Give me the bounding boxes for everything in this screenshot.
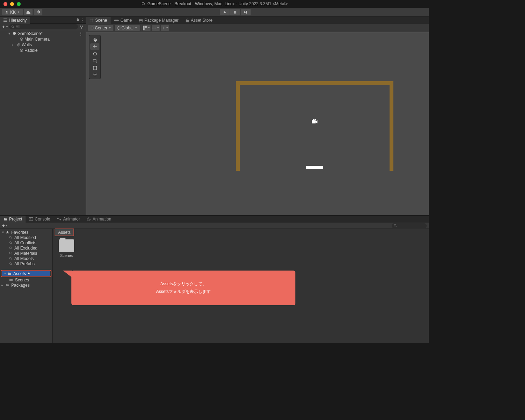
hierarchy-item-paddle[interactable]: Paddle	[0, 48, 86, 53]
cube-icon	[16, 43, 21, 47]
svg-line-65	[11, 264, 12, 265]
tab-hierarchy[interactable]: Hierarchy	[0, 17, 30, 24]
hierarchy-item-main-camera[interactable]: Main Camera	[0, 36, 86, 42]
step-button[interactable]	[241, 9, 251, 15]
svg-point-58	[9, 247, 11, 248]
lock-icon[interactable]	[76, 18, 79, 23]
console-icon	[29, 217, 33, 221]
hierarchy-panel: Hierarchy ⋮ + ▾ All	[0, 17, 86, 215]
hierarchy-item-gamescene[interactable]: ▼ GameScene* ⋮	[0, 31, 86, 36]
tab-animator[interactable]: Animator	[54, 216, 83, 223]
svg-point-64	[9, 262, 11, 264]
svg-point-38	[93, 69, 94, 69]
svg-rect-6	[4, 21, 7, 22]
tab-package-manager[interactable]: Package Manager	[135, 17, 182, 24]
target-icon	[90, 26, 94, 30]
account-menu[interactable]: KK ▼	[2, 9, 23, 15]
hierarchy-item-walls[interactable]: ▸ Walls	[0, 42, 86, 48]
scene-viewport[interactable]	[86, 32, 429, 215]
chevron-down-icon[interactable]: ▾	[6, 25, 8, 28]
project-tree: ▼ ★ Favorites All Modified All Conflicts…	[0, 229, 52, 343]
expand-arrow-icon[interactable]: ▸	[12, 43, 15, 47]
window-title: GameScene - Breakout - Windows, Mac, Lin…	[141, 1, 288, 6]
svg-point-0	[6, 11, 8, 12]
svg-line-33	[93, 59, 94, 59]
tree-fav-models[interactable]: All Models	[0, 256, 52, 261]
filter-icon[interactable]	[79, 25, 84, 29]
hierarchy-icon	[4, 18, 7, 22]
space-toggle[interactable]: Global ▼	[115, 25, 140, 31]
add-icon[interactable]: +	[2, 24, 5, 29]
svg-rect-35	[93, 66, 97, 69]
tree-fav-prefabs[interactable]: All Prefabs	[0, 261, 52, 266]
tab-project[interactable]: Project	[0, 216, 26, 223]
move-tool-button[interactable]	[90, 43, 99, 50]
settings-button[interactable]	[34, 9, 42, 15]
search-icon	[9, 241, 12, 244]
transform-tool-button[interactable]	[90, 71, 99, 78]
top-toolbar: KK ▼	[0, 8, 429, 17]
tree-assets[interactable]: ▼ Assets	[2, 271, 50, 276]
tree-favorites[interactable]: ▼ ★ Favorites	[0, 230, 52, 235]
svg-line-8	[13, 27, 14, 28]
paddle-object[interactable]	[306, 166, 323, 169]
folder-icon	[4, 217, 7, 221]
svg-rect-16	[114, 20, 119, 21]
rotate-tool-button[interactable]	[90, 50, 99, 57]
minimize-window-icon[interactable]	[10, 2, 14, 6]
search-icon	[9, 262, 12, 265]
camera-gizmo-icon[interactable]	[311, 119, 318, 125]
folder-scenes[interactable]: Scenes	[56, 239, 77, 258]
svg-line-63	[11, 259, 12, 260]
annotation-callout: Assetsをクリックして、 Assetsフォルダを表示します	[71, 271, 295, 305]
scene-panel: Scene Game Package Manager Asset Store	[86, 17, 429, 215]
add-icon[interactable]: +	[2, 223, 5, 228]
svg-point-36	[93, 66, 94, 66]
close-window-icon[interactable]	[4, 2, 7, 6]
scale-tool-button[interactable]	[90, 57, 99, 64]
play-button[interactable]	[220, 9, 230, 15]
tab-animation[interactable]: Animation	[83, 216, 114, 223]
project-search-input[interactable]	[392, 223, 427, 228]
tree-fav-excluded[interactable]: All Excluded	[0, 245, 52, 251]
tree-scenes[interactable]: Scenes	[0, 277, 52, 282]
snap-grid-button[interactable]: ▼	[143, 25, 150, 31]
cloud-button[interactable]	[24, 9, 33, 15]
tree-fav-modified[interactable]: All Modified	[0, 235, 52, 240]
svg-line-34	[96, 62, 97, 62]
tree-fav-materials[interactable]: All Materials	[0, 251, 52, 256]
search-icon	[9, 257, 12, 260]
search-icon	[9, 246, 12, 250]
pause-button[interactable]	[230, 9, 240, 15]
svg-point-39	[96, 69, 97, 69]
unity-icon	[141, 2, 145, 6]
svg-line-53	[396, 226, 397, 227]
tab-scene[interactable]: Scene	[86, 17, 111, 24]
tree-fav-conflicts[interactable]: All Conflicts	[0, 240, 52, 245]
tab-game[interactable]: Game	[111, 17, 135, 24]
tab-console[interactable]: Console	[26, 216, 54, 223]
tab-asset-store[interactable]: Asset Store	[182, 17, 216, 24]
star-icon: ★	[6, 230, 9, 235]
tree-packages[interactable]: ▸ Packages	[0, 282, 52, 288]
expand-arrow-icon[interactable]: ▼	[8, 32, 11, 35]
pivot-toggle[interactable]: Center ▼	[88, 25, 113, 31]
svg-point-11	[81, 27, 82, 29]
rect-tool-button[interactable]	[90, 64, 99, 71]
chevron-down-icon: ▼	[17, 10, 20, 14]
hierarchy-search-input[interactable]: All	[9, 24, 78, 29]
svg-point-20	[92, 28, 92, 28]
svg-point-54	[9, 236, 11, 238]
kebab-menu-icon[interactable]: ⋮	[79, 31, 83, 36]
snap-settings-button[interactable]: ▼	[161, 25, 169, 31]
kebab-menu-icon[interactable]: ⋮	[80, 18, 84, 23]
snap-increment-button[interactable]: ▼	[152, 25, 160, 31]
search-icon	[9, 252, 12, 255]
svg-rect-17	[139, 19, 142, 22]
hand-tool-button[interactable]	[90, 36, 99, 43]
svg-point-37	[96, 66, 97, 66]
chevron-down-icon[interactable]: ▾	[6, 224, 7, 227]
maximize-window-icon[interactable]	[17, 2, 21, 6]
grid-icon	[90, 19, 93, 22]
breadcrumb-assets[interactable]: Assets	[55, 229, 74, 236]
